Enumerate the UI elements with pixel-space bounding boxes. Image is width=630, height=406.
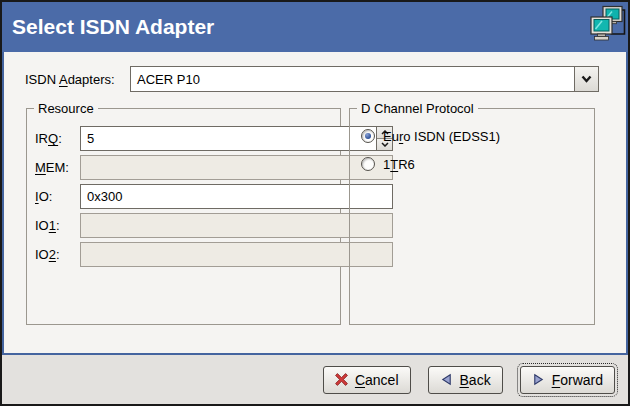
io-row: IO: bbox=[27, 184, 340, 209]
dialog-window: Select ISDN Adapter ISDN Adapters: ACER … bbox=[0, 0, 630, 406]
chevron-down-icon bbox=[581, 75, 592, 83]
io-input[interactable] bbox=[80, 184, 393, 209]
radio-selected-icon[interactable] bbox=[361, 129, 375, 143]
irq-row: IRQ: bbox=[27, 126, 340, 151]
network-computers-icon bbox=[588, 5, 626, 43]
io1-input bbox=[80, 213, 393, 238]
io2-label: IO2: bbox=[35, 247, 60, 262]
mem-label: MEM: bbox=[35, 160, 69, 175]
io2-row: IO2: bbox=[27, 242, 340, 267]
irq-input[interactable] bbox=[81, 127, 376, 150]
io1-row: IO1: bbox=[27, 213, 340, 238]
isdn-adapters-label: ISDN Adapters: bbox=[25, 72, 115, 87]
forward-button-label: Forward bbox=[552, 372, 603, 388]
forward-button[interactable]: Forward bbox=[520, 366, 615, 394]
arrow-right-icon bbox=[532, 373, 545, 386]
protocol-group-title: D Channel Protocol bbox=[357, 101, 478, 116]
io-label: IO: bbox=[35, 189, 52, 204]
euro-isdn-radio-label: Euro ISDN (EDSS1) bbox=[383, 129, 500, 144]
back-button-label: Back bbox=[460, 372, 491, 388]
combobox-value: ACER P10 bbox=[131, 67, 574, 91]
irq-label: IRQ: bbox=[35, 131, 62, 146]
cancel-x-icon bbox=[335, 373, 348, 386]
back-button[interactable]: Back bbox=[428, 366, 503, 394]
1tr6-radio[interactable]: 1TR6 bbox=[361, 156, 415, 172]
1tr6-radio-label: 1TR6 bbox=[383, 157, 415, 172]
combobox-arrow-button[interactable] bbox=[574, 67, 598, 91]
action-bar: Cancel Back Forward bbox=[2, 355, 628, 404]
resource-group-title: Resource bbox=[34, 101, 98, 116]
irq-spinbutton[interactable] bbox=[80, 126, 393, 151]
cancel-button[interactable]: Cancel bbox=[323, 366, 411, 394]
mem-input bbox=[80, 155, 393, 180]
euro-isdn-radio[interactable]: Euro ISDN (EDSS1) bbox=[361, 128, 500, 144]
arrow-left-icon bbox=[440, 373, 453, 386]
cancel-button-label: Cancel bbox=[355, 372, 399, 388]
protocol-group: D Channel Protocol Euro ISDN (EDSS1) 1TR… bbox=[349, 108, 595, 325]
radio-unselected-icon[interactable] bbox=[361, 157, 375, 171]
mem-row: MEM: bbox=[27, 155, 340, 180]
page-title: Select ISDN Adapter bbox=[12, 2, 214, 52]
io2-input bbox=[80, 242, 393, 267]
isdn-adapters-combobox[interactable]: ACER P10 bbox=[130, 66, 599, 92]
resource-group: Resource IRQ: bbox=[26, 108, 341, 325]
io1-label: IO1: bbox=[35, 218, 60, 233]
